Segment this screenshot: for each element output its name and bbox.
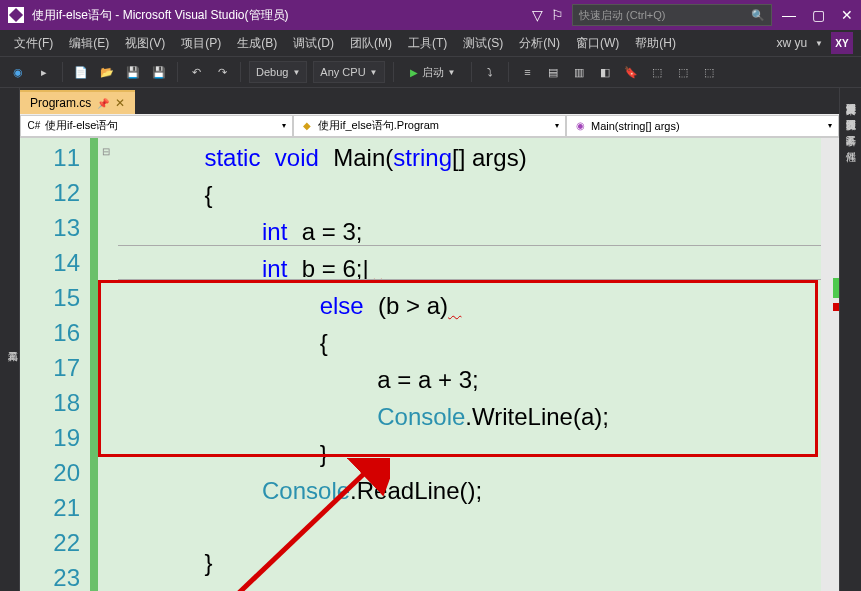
code-editor[interactable]: 11121314151617181920212223 ⊟ static void… — [20, 138, 839, 591]
comment-button[interactable]: ▤ — [543, 62, 563, 82]
rail-properties[interactable]: 属性 — [840, 136, 861, 152]
uncomment-button[interactable]: ▥ — [569, 62, 589, 82]
rail-diagnostics[interactable]: 诊断工具 — [840, 120, 861, 136]
menu-team[interactable]: 团队(M) — [344, 33, 398, 54]
notification-icon[interactable]: ▽ — [532, 7, 543, 23]
start-button[interactable]: ▶ 启动 ▼ — [402, 61, 464, 83]
bookmark2-button[interactable]: 🔖 — [621, 62, 641, 82]
platform-dropdown[interactable]: Any CPU ▼ — [313, 61, 384, 83]
nav-strip: C# 使用if-else语句 ▾ ◆ 使用if_else语句.Program ▾… — [20, 114, 839, 138]
platform-value: Any CPU — [320, 66, 365, 78]
menu-test[interactable]: 测试(S) — [457, 33, 509, 54]
chevron-down-icon[interactable]: ▼ — [815, 39, 823, 48]
save-all-button[interactable]: 💾 — [149, 62, 169, 82]
project-dropdown[interactable]: C# 使用if-else语句 ▾ — [20, 115, 293, 137]
menu-window[interactable]: 窗口(W) — [570, 33, 625, 54]
rail-solution-explorer[interactable]: 解决方案资源管理器 — [840, 88, 861, 104]
menu-build[interactable]: 生成(B) — [231, 33, 283, 54]
tb-extra3[interactable]: ⬚ — [699, 62, 719, 82]
toolbox-rail[interactable]: 工具箱 — [0, 88, 20, 591]
menu-file[interactable]: 文件(F) — [8, 33, 59, 54]
tab-strip: Program.cs 📌 ✕ — [20, 88, 839, 114]
class-dropdown[interactable]: ◆ 使用if_else语句.Program ▾ — [293, 115, 566, 137]
search-placeholder: 快速启动 (Ctrl+Q) — [579, 8, 665, 23]
line-numbers: 11121314151617181920212223 — [20, 138, 90, 591]
titlebar: 使用if-else语句 - Microsoft Visual Studio(管理… — [0, 0, 861, 30]
scroll-error-indicator — [833, 303, 839, 311]
csharp-icon: C# — [27, 119, 41, 133]
menu-edit[interactable]: 编辑(E) — [63, 33, 115, 54]
maximize-button[interactable]: ▢ — [812, 7, 825, 23]
tab-title: Program.cs — [30, 96, 91, 110]
rail-team-explorer[interactable]: 团队资源管理器 — [840, 104, 861, 120]
feedback-icon[interactable]: ⚐ — [551, 7, 564, 23]
indent-button[interactable]: ≡ — [517, 62, 537, 82]
titlebar-search-area: ▽ ⚐ 快速启动 (Ctrl+Q) 🔍 — [532, 4, 772, 26]
method-icon: ◉ — [573, 119, 587, 133]
document-tab[interactable]: Program.cs 📌 ✕ — [20, 90, 135, 114]
tb-extra2[interactable]: ⬚ — [673, 62, 693, 82]
change-margin — [90, 138, 98, 591]
nav-forward-button[interactable]: ▸ — [34, 62, 54, 82]
search-icon: 🔍 — [751, 9, 765, 22]
step-button[interactable]: ⤵ — [480, 62, 500, 82]
play-icon: ▶ — [410, 67, 418, 78]
toolbar: ◉ ▸ 📄 📂 💾 💾 ↶ ↷ Debug ▼ Any CPU ▼ ▶ 启动 ▼… — [0, 56, 861, 88]
quick-launch-input[interactable]: 快速启动 (Ctrl+Q) 🔍 — [572, 4, 772, 26]
scroll-change-indicator — [833, 278, 839, 298]
user-name[interactable]: xw yu — [776, 36, 807, 50]
close-button[interactable]: ✕ — [841, 7, 853, 23]
vs-logo-icon — [8, 7, 24, 23]
close-tab-icon[interactable]: ✕ — [115, 96, 125, 110]
editor-area: Program.cs 📌 ✕ C# 使用if-else语句 ▾ ◆ 使用if_e… — [20, 88, 839, 591]
config-value: Debug — [256, 66, 288, 78]
menu-debug[interactable]: 调试(D) — [287, 33, 340, 54]
right-rail: 解决方案资源管理器 团队资源管理器 诊断工具 属性 — [839, 88, 861, 591]
code-text[interactable]: static void Main(string[] args) { int a … — [118, 138, 821, 591]
menu-project[interactable]: 项目(P) — [175, 33, 227, 54]
user-badge[interactable]: XY — [831, 32, 853, 54]
menubar: 文件(F) 编辑(E) 视图(V) 项目(P) 生成(B) 调试(D) 团队(M… — [0, 30, 861, 56]
scroll-map[interactable] — [821, 138, 839, 591]
outline-column[interactable]: ⊟ — [102, 138, 118, 591]
new-project-button[interactable]: 📄 — [71, 62, 91, 82]
menu-tools[interactable]: 工具(T) — [402, 33, 453, 54]
tb-extra1[interactable]: ⬚ — [647, 62, 667, 82]
config-dropdown[interactable]: Debug ▼ — [249, 61, 307, 83]
redo-button[interactable]: ↷ — [212, 62, 232, 82]
window-title: 使用if-else语句 - Microsoft Visual Studio(管理… — [32, 7, 532, 24]
bookmark-button[interactable]: ◧ — [595, 62, 615, 82]
method-dropdown[interactable]: ◉ Main(string[] args) ▾ — [566, 115, 839, 137]
menu-help[interactable]: 帮助(H) — [629, 33, 682, 54]
pin-icon[interactable]: 📌 — [97, 98, 109, 109]
window-controls: — ▢ ✕ — [782, 7, 853, 23]
start-label: 启动 — [422, 65, 444, 80]
undo-button[interactable]: ↶ — [186, 62, 206, 82]
save-button[interactable]: 💾 — [123, 62, 143, 82]
content-area: 工具箱 Program.cs 📌 ✕ C# 使用if-else语句 ▾ ◆ 使用… — [0, 88, 861, 591]
current-line-highlight — [118, 245, 821, 280]
nav-back-button[interactable]: ◉ — [8, 62, 28, 82]
open-button[interactable]: 📂 — [97, 62, 117, 82]
menu-analyze[interactable]: 分析(N) — [513, 33, 566, 54]
class-icon: ◆ — [300, 119, 314, 133]
menu-view[interactable]: 视图(V) — [119, 33, 171, 54]
minimize-button[interactable]: — — [782, 7, 796, 23]
